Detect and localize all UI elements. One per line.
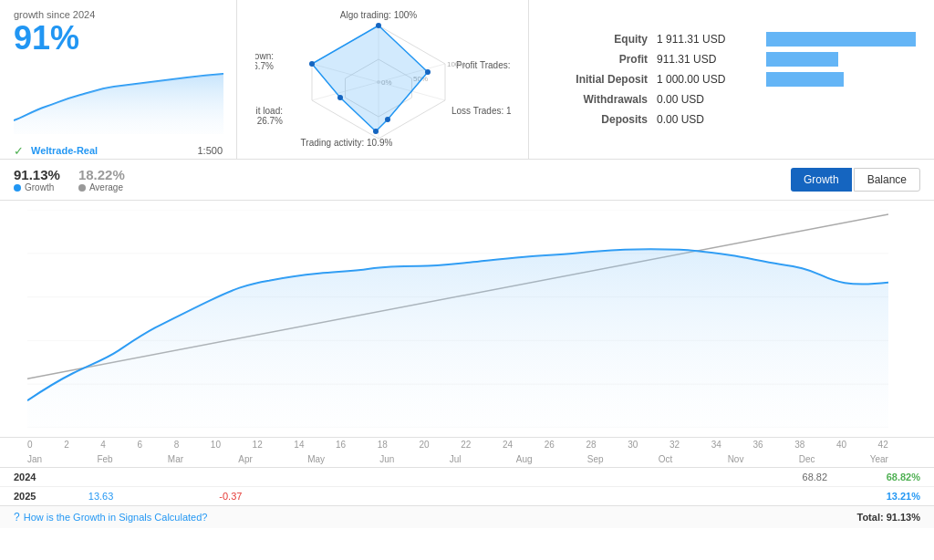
main-chart-area: 100% 80% 60% 40% 20% 0% bbox=[0, 201, 934, 438]
average-metric-block: 18.22% Average bbox=[78, 167, 125, 192]
svg-point-17 bbox=[385, 117, 390, 122]
month-oct-2025 bbox=[667, 491, 703, 502]
x-axis-months: JanFebMarAprMayJunJulAugSepOctNovDecYear bbox=[0, 452, 934, 467]
footer-total: Total: 91.13% bbox=[857, 512, 921, 523]
growth-metric-block: 91.13% Growth bbox=[14, 167, 60, 192]
month-dec-2025 bbox=[796, 491, 833, 502]
radar-drawdown-label: Maximum drawdown: bbox=[255, 51, 274, 61]
footer: ? How is the Growth in Signals Calculate… bbox=[0, 505, 934, 528]
profit-bar bbox=[766, 52, 838, 67]
month-nov-2025 bbox=[732, 491, 768, 502]
question-icon: ? bbox=[14, 511, 20, 524]
growth-sub-label: Growth bbox=[25, 182, 54, 192]
radar-deposit-label: Max deposit load: bbox=[255, 106, 283, 116]
stats-panel: Equity 1 911.31 USD Profit 911.31 USD In… bbox=[529, 0, 934, 159]
withdrawals-value: 0.00 USD bbox=[657, 93, 757, 106]
initial-deposit-label: Initial Deposit bbox=[547, 73, 648, 86]
month-apr-2025 bbox=[277, 491, 314, 502]
month-aug-2024 bbox=[537, 472, 574, 482]
balance-button[interactable]: Balance bbox=[854, 168, 920, 192]
month-may-2024 bbox=[342, 472, 379, 482]
profit-bar-container bbox=[766, 52, 916, 67]
month-jun-2025 bbox=[407, 491, 443, 502]
radar-algo-label: Algo trading: 100% bbox=[339, 10, 417, 20]
month-mar-2024 bbox=[213, 472, 249, 482]
growth-chart: 100% 80% 60% 40% 20% 0% bbox=[27, 210, 888, 428]
total-label: Total: bbox=[857, 512, 884, 523]
svg-point-16 bbox=[425, 69, 431, 75]
growth-panel: growth since 2024 91% ✓ Weltrade-Real 1:… bbox=[0, 0, 237, 159]
profit-value: 911.31 USD bbox=[657, 53, 757, 66]
month-nov-2024 bbox=[732, 472, 768, 482]
total-2025: 13.21% bbox=[847, 491, 920, 502]
radar-chart: Algo trading: 100% Profit Trades: 81% Lo… bbox=[255, 9, 511, 150]
initial-deposit-row: Initial Deposit 1 000.00 USD bbox=[547, 72, 916, 87]
withdrawals-bar-container bbox=[766, 92, 916, 107]
svg-text:26.7%: 26.7% bbox=[256, 116, 282, 126]
svg-marker-14 bbox=[312, 26, 428, 131]
month-feb-2024 bbox=[148, 472, 184, 482]
deposits-bar-container bbox=[766, 112, 916, 127]
growth-metric-value: 91.13% bbox=[14, 167, 60, 182]
chart-buttons: Growth Balance bbox=[791, 168, 920, 192]
average-sub-label: Average bbox=[89, 182, 123, 192]
month-feb-2025 bbox=[148, 491, 184, 502]
month-jul-2025 bbox=[472, 491, 509, 502]
total-2024: 68.82% bbox=[847, 472, 920, 482]
radar-loss-label: Loss Trades: 19% bbox=[451, 106, 511, 116]
equity-label: Equity bbox=[547, 33, 648, 46]
growth-faq-link[interactable]: How is the Growth in Signals Calculated? bbox=[24, 512, 208, 523]
check-icon: ✓ bbox=[14, 144, 24, 158]
total-value: 91.13% bbox=[887, 512, 920, 523]
x-axis-numbers: 024681012141618202224262830323436384042 bbox=[0, 438, 934, 452]
year-2025: 2025 bbox=[14, 491, 68, 502]
equity-bar-container bbox=[766, 32, 916, 47]
deposits-row: Deposits 0.00 USD bbox=[547, 112, 916, 127]
svg-point-19 bbox=[337, 95, 343, 100]
leverage: 1:500 bbox=[197, 145, 223, 156]
month-mar-2025: -0.37 bbox=[213, 491, 249, 502]
profit-label: Profit bbox=[547, 53, 648, 66]
month-aug-2025 bbox=[537, 491, 574, 502]
month-jan-2025: 13.63 bbox=[83, 491, 119, 502]
svg-point-20 bbox=[309, 61, 315, 67]
month-sep-2024 bbox=[602, 472, 638, 482]
growth-value: 91% bbox=[14, 20, 223, 57]
average-dot bbox=[78, 184, 86, 192]
mini-chart bbox=[14, 61, 223, 134]
growth-button[interactable]: Growth bbox=[791, 168, 852, 192]
withdrawals-row: Withdrawals 0.00 USD bbox=[547, 92, 916, 107]
data-table: 2024 68.82 68.82% 2025 13.63 -0.37 bbox=[0, 467, 934, 505]
account-name: Weltrade-Real bbox=[31, 145, 98, 156]
month-dec-2024: 68.82 bbox=[796, 472, 833, 482]
table-row: 2025 13.63 -0.37 13.21% bbox=[0, 487, 934, 505]
month-jun-2024 bbox=[407, 472, 443, 482]
deposits-label: Deposits bbox=[547, 113, 648, 126]
deposits-value: 0.00 USD bbox=[657, 113, 757, 126]
average-metric-sub: Average bbox=[78, 182, 125, 192]
table-row: 2024 68.82 68.82% bbox=[0, 468, 934, 487]
growth-dot bbox=[14, 184, 21, 192]
initial-deposit-bar-container bbox=[766, 72, 916, 87]
equity-value: 1 911.31 USD bbox=[657, 33, 757, 46]
average-metric-value: 18.22% bbox=[78, 167, 125, 182]
month-jan-2024 bbox=[83, 472, 119, 482]
chart-controls: 91.13% Growth 18.22% Average Growth Bala… bbox=[0, 160, 934, 201]
month-data-2025: 13.63 -0.37 bbox=[68, 491, 847, 502]
year-2024: 2024 bbox=[14, 472, 68, 482]
radar-activity-label: Trading activity: 10.9% bbox=[300, 138, 392, 148]
month-oct-2024 bbox=[667, 472, 703, 482]
profit-row: Profit 911.31 USD bbox=[547, 52, 916, 67]
month-data-2024: 68.82 bbox=[68, 472, 847, 482]
month-apr-2024 bbox=[277, 472, 314, 482]
withdrawals-label: Withdrawals bbox=[547, 93, 648, 106]
svg-text:100%: 100% bbox=[447, 60, 465, 68]
month-may-2025 bbox=[342, 491, 379, 502]
svg-point-15 bbox=[376, 23, 381, 28]
equity-bar bbox=[766, 32, 916, 47]
radar-panel: Algo trading: 100% Profit Trades: 81% Lo… bbox=[237, 0, 529, 159]
initial-deposit-bar bbox=[766, 72, 844, 87]
month-jul-2024 bbox=[472, 472, 509, 482]
svg-point-18 bbox=[373, 129, 379, 134]
svg-text:6.7%: 6.7% bbox=[255, 61, 274, 71]
